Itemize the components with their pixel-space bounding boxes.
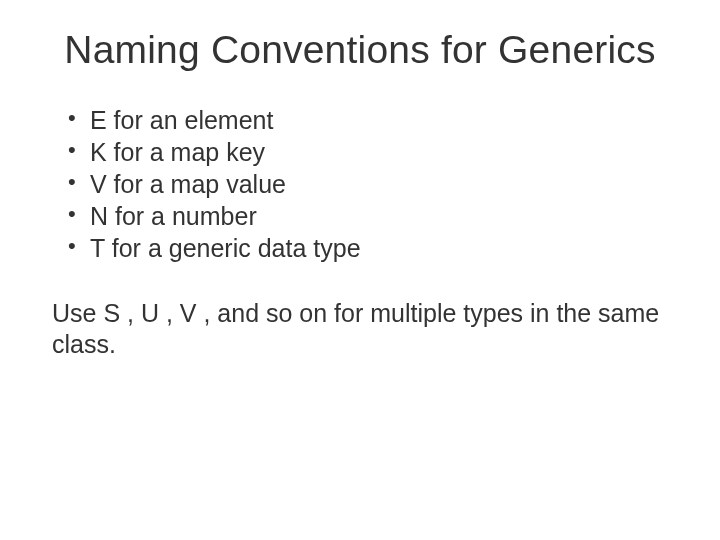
slide: Naming Conventions for Generics E for an… (0, 0, 720, 540)
list-item: V for a map value (68, 168, 672, 200)
bullet-list: E for an element K for a map key V for a… (48, 104, 672, 264)
list-item: K for a map key (68, 136, 672, 168)
footer-note: Use S , U , V , and so on for multiple t… (48, 298, 672, 359)
slide-title: Naming Conventions for Generics (48, 28, 672, 72)
list-item: N for a number (68, 200, 672, 232)
list-item: E for an element (68, 104, 672, 136)
list-item: T for a generic data type (68, 232, 672, 264)
